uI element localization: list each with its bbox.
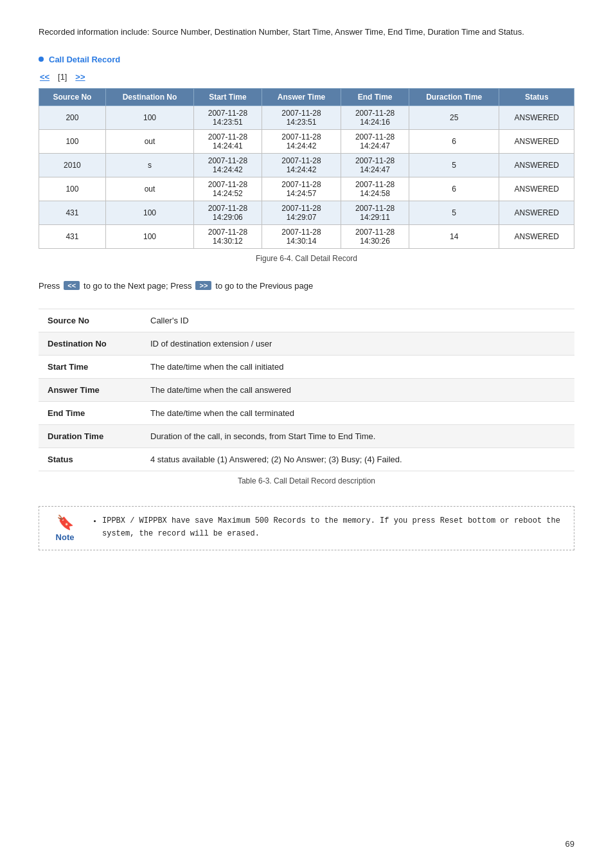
pagination-next[interactable]: >> [75, 72, 85, 82]
table-row: 2010s2007-11-28 14:24:422007-11-28 14:24… [39, 153, 574, 177]
desc-field-name: Answer Time [39, 378, 141, 401]
press-text2: to go to the Next page; Press [84, 281, 191, 291]
desc-field-value: 4 status available (1) Answered; (2) No … [141, 448, 574, 471]
pagination-current: [1] [58, 72, 67, 82]
cdr-header-cell: Status [499, 88, 574, 105]
note-bookmark-icon: 🔖 [57, 514, 74, 531]
table-row: 2001002007-11-28 14:23:512007-11-28 14:2… [39, 105, 574, 129]
table-row: 4311002007-11-28 14:30:122007-11-28 14:3… [39, 224, 574, 248]
table-row: 4311002007-11-28 14:29:062007-11-28 14:2… [39, 201, 574, 224]
desc-field-name: End Time [39, 401, 141, 424]
cdr-header-cell: Duraction Time [409, 88, 499, 105]
table-cell: 100 [39, 129, 106, 153]
next-badge[interactable]: >> [195, 281, 211, 290]
table-cell: 2007-11-28 14:30:14 [262, 224, 341, 248]
table-cell: 100 [105, 105, 193, 129]
table-cell: 2007-11-28 14:23:51 [262, 105, 341, 129]
table-cell: 2007-11-28 14:24:42 [262, 129, 341, 153]
desc-table-row: Source NoCaller's ID [39, 309, 574, 332]
table-cell: ANSWERED [499, 201, 574, 224]
table-cell: 2007-11-28 14:24:42 [194, 153, 262, 177]
table-cell: 2007-11-28 14:29:07 [262, 201, 341, 224]
desc-table-body: Source NoCaller's IDDestination NoID of … [39, 309, 574, 471]
table-cell: 6 [409, 177, 499, 201]
section-bullet-label: Call Detail Record [49, 55, 120, 64]
desc-field-name: Source No [39, 309, 141, 332]
desc-table-row: Answer TimeThe date/time when the call a… [39, 378, 574, 401]
table-cell: 2010 [39, 153, 106, 177]
cdr-table-body: 2001002007-11-28 14:23:512007-11-28 14:2… [39, 105, 574, 248]
table-cell: 2007-11-28 14:24:58 [341, 177, 409, 201]
desc-field-name: Status [39, 448, 141, 471]
press-instruction: Press << to go to the Next page; Press >… [39, 281, 574, 291]
desc-table-row: Destination NoID of destination extensio… [39, 332, 574, 355]
cdr-header-cell: End Time [341, 88, 409, 105]
table-cell: 2007-11-28 14:24:47 [341, 129, 409, 153]
table-cell: ANSWERED [499, 224, 574, 248]
desc-table-row: Status4 status available (1) Answered; (… [39, 448, 574, 471]
table-cell: 2007-11-28 14:23:51 [194, 105, 262, 129]
note-bullet-text: IPPBX / WIPPBX have save Maximum 500 Rec… [102, 516, 560, 538]
section-bullet-cdr: Call Detail Record [39, 55, 574, 64]
table-cell: 200 [39, 105, 106, 129]
table-cell: 2007-11-28 14:24:42 [262, 153, 341, 177]
table-cell: s [105, 153, 193, 177]
desc-field-name: Duration Time [39, 424, 141, 448]
table-cell: 431 [39, 224, 106, 248]
table-cell: out [105, 129, 193, 153]
desc-table-row: Duration TimeDuration of the call, in se… [39, 424, 574, 448]
table-cell: 25 [409, 105, 499, 129]
table-row: 100out2007-11-28 14:24:412007-11-28 14:2… [39, 129, 574, 153]
cdr-header-cell: Start Time [194, 88, 262, 105]
table-cell: ANSWERED [499, 153, 574, 177]
table-cell: 2007-11-28 14:24:47 [341, 153, 409, 177]
table-cell: 100 [105, 224, 193, 248]
pagination-prev[interactable]: << [40, 72, 49, 82]
table-cell: ANSWERED [499, 105, 574, 129]
note-label: Note [56, 532, 75, 542]
table-cell: 2007-11-28 14:24:52 [194, 177, 262, 201]
desc-field-value: The date/time when the call terminated [141, 401, 574, 424]
note-content: IPPBX / WIPPBX have save Maximum 500 Rec… [91, 514, 564, 541]
table-cell: ANSWERED [499, 177, 574, 201]
table-cell: 431 [39, 201, 106, 224]
note-icon-label: 🔖 Note [49, 514, 80, 542]
desc-field-value: Caller's ID [141, 309, 574, 332]
desc-table: Source NoCaller's IDDestination NoID of … [39, 309, 574, 471]
desc-field-name: Start Time [39, 355, 141, 378]
cdr-table-caption: Figure 6-4. Call Detail Record [39, 254, 574, 263]
desc-field-name: Destination No [39, 332, 141, 355]
desc-field-value: Duration of the call, in seconds, from S… [141, 424, 574, 448]
table-cell: 100 [105, 201, 193, 224]
table-cell: 2007-11-28 14:24:41 [194, 129, 262, 153]
note-box: 🔖 Note IPPBX / WIPPBX have save Maximum … [39, 506, 574, 550]
table-cell: 6 [409, 129, 499, 153]
cdr-header-cell: Destination No [105, 88, 193, 105]
press-text1: Press [39, 281, 60, 291]
cdr-header-cell: Answer Time [262, 88, 341, 105]
press-text3: to go to the Previous page [215, 281, 313, 291]
table-cell: out [105, 177, 193, 201]
table-cell: 5 [409, 201, 499, 224]
desc-table-row: End TimeThe date/time when the call term… [39, 401, 574, 424]
intro-paragraph: Recorded information include: Source Num… [39, 26, 574, 39]
table-cell: 2007-11-28 14:29:06 [194, 201, 262, 224]
prev-badge[interactable]: << [64, 281, 80, 290]
table-cell: ANSWERED [499, 129, 574, 153]
pagination-nav: << [1] >> [39, 72, 574, 82]
table-cell: 2007-11-28 14:24:57 [262, 177, 341, 201]
bullet-dot-icon [39, 57, 44, 62]
table-cell: 2007-11-28 14:24:16 [341, 105, 409, 129]
table-cell: 14 [409, 224, 499, 248]
table-cell: 100 [39, 177, 106, 201]
desc-field-value: ID of destination extension / user [141, 332, 574, 355]
cdr-header-cell: Source No [39, 88, 106, 105]
desc-field-value: The date/time when the call answered [141, 378, 574, 401]
table-cell: 5 [409, 153, 499, 177]
desc-table-row: Start TimeThe date/time when the call in… [39, 355, 574, 378]
table-cell: 2007-11-28 14:30:26 [341, 224, 409, 248]
cdr-table-header: Source NoDestination NoStart TimeAnswer … [39, 88, 574, 105]
desc-field-value: The date/time when the call initiated [141, 355, 574, 378]
table-cell: 2007-11-28 14:29:11 [341, 201, 409, 224]
table-cell: 2007-11-28 14:30:12 [194, 224, 262, 248]
